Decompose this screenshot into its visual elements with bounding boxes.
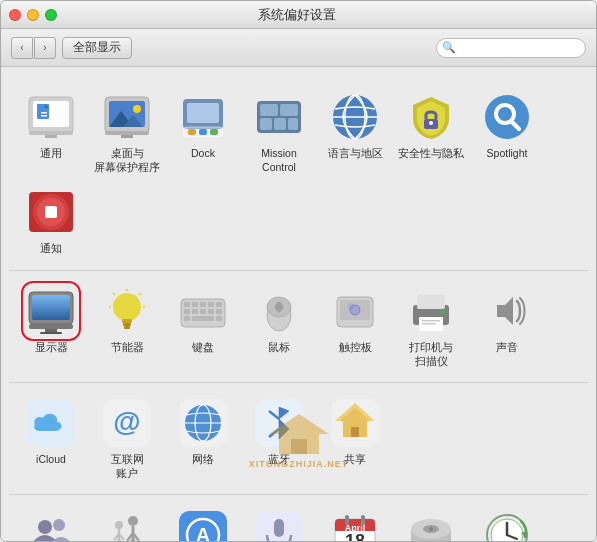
dock-icon <box>177 91 229 143</box>
svg-rect-24 <box>260 118 272 130</box>
svg-rect-13 <box>105 131 149 135</box>
highlight-ring <box>21 281 81 341</box>
svg-rect-126 <box>361 515 365 525</box>
internet-section-wrapper: iCloud @ 互联网 账户 <box>9 383 588 495</box>
energy-label: 节能器 <box>111 341 144 355</box>
svg-rect-79 <box>422 320 440 322</box>
svg-rect-66 <box>192 316 214 321</box>
pref-dictation[interactable]: 听写与语音 <box>241 503 317 541</box>
toolbar: ‹ › 全部显示 🔍 <box>1 29 596 67</box>
security-label: 安全性与隐私 <box>398 147 464 161</box>
pref-users[interactable]: 用户与群组 <box>13 503 89 541</box>
pref-printers[interactable]: 打印机与 扫描仪 <box>393 279 469 374</box>
bluetooth-label: 蓝牙 <box>268 453 290 467</box>
pref-sharing[interactable]: 共享 <box>317 391 393 486</box>
pref-datetime[interactable]: April 18 日期与时间 <box>317 503 393 541</box>
mouse-icon <box>253 285 305 337</box>
search-box: 🔍 <box>436 38 586 58</box>
notifications-label: 通知 <box>40 242 62 256</box>
dock-label: Dock <box>191 147 215 161</box>
svg-text:A: A <box>196 524 210 541</box>
section-personal: 通用 <box>9 77 588 271</box>
svg-rect-7 <box>41 115 47 117</box>
pref-parental[interactable]: 家长控制 <box>89 503 165 541</box>
pref-mission[interactable]: Mission Control <box>241 85 317 180</box>
pref-desktop[interactable]: 桌面与 屏幕保护程序 <box>89 85 165 180</box>
pref-sound[interactable]: 声音 <box>469 279 545 374</box>
pref-startup[interactable]: 启动磁盘 <box>393 503 469 541</box>
svg-point-100 <box>53 519 65 531</box>
svg-point-131 <box>429 527 433 531</box>
svg-point-71 <box>275 302 283 312</box>
pref-bluetooth[interactable]: 蓝牙 <box>241 391 317 486</box>
pref-security[interactable]: 安全性与隐私 <box>393 85 469 180</box>
general-icon <box>25 91 77 143</box>
appstore-icon: A <box>177 509 229 541</box>
mouse-label: 鼠标 <box>268 341 290 355</box>
svg-rect-14 <box>121 135 133 138</box>
sharing-icon <box>329 397 381 449</box>
svg-rect-63 <box>208 309 214 314</box>
pref-notifications[interactable]: 通知 <box>13 180 89 262</box>
svg-rect-77 <box>417 295 445 309</box>
titlebar: 系统偏好设置 <box>1 1 596 29</box>
svg-rect-56 <box>192 302 198 307</box>
pref-icloud[interactable]: iCloud <box>13 391 89 486</box>
internet-icon: @ <box>101 397 153 449</box>
pref-appstore[interactable]: A App Store <box>165 503 241 541</box>
forward-button[interactable]: › <box>34 37 56 59</box>
pref-mouse[interactable]: 鼠标 <box>241 279 317 374</box>
pref-general[interactable]: 通用 <box>13 85 89 180</box>
svg-rect-25 <box>274 118 286 130</box>
pref-displays[interactable]: 显示器 <box>13 279 89 374</box>
show-all-button[interactable]: 全部显示 <box>62 37 132 59</box>
icloud-icon <box>25 397 77 449</box>
printers-label: 打印机与 扫描仪 <box>409 341 453 368</box>
sound-icon <box>481 285 533 337</box>
desktop-icon <box>101 91 153 143</box>
svg-rect-2 <box>29 131 73 135</box>
pref-keyboard[interactable]: 键盘 <box>165 279 241 374</box>
pref-trackpad[interactable]: 触控板 <box>317 279 393 374</box>
svg-text:18: 18 <box>345 531 365 541</box>
spotlight-label: Spotlight <box>487 147 528 161</box>
svg-rect-18 <box>188 129 196 135</box>
pref-network[interactable]: 网络 <box>165 391 241 486</box>
keyboard-label: 键盘 <box>192 341 214 355</box>
section-system: 用户与群组 <box>9 495 588 541</box>
security-icon <box>405 91 457 143</box>
svg-rect-64 <box>216 309 222 314</box>
displays-label: 显示器 <box>35 341 68 355</box>
nav-buttons: ‹ › <box>11 37 56 59</box>
pref-internet[interactable]: @ 互联网 账户 <box>89 391 165 486</box>
svg-rect-48 <box>124 326 130 329</box>
search-icon: 🔍 <box>442 41 456 54</box>
search-input[interactable] <box>436 38 586 58</box>
keyboard-icon <box>177 285 229 337</box>
svg-rect-16 <box>187 103 219 123</box>
language-label: 语言与地区 <box>328 147 383 161</box>
spotlight-icon <box>481 91 533 143</box>
svg-point-107 <box>115 521 123 529</box>
dictation-icon <box>253 509 305 541</box>
svg-rect-19 <box>199 129 207 135</box>
svg-text:@: @ <box>113 406 140 437</box>
svg-marker-82 <box>497 297 513 325</box>
pref-spotlight[interactable]: Spotlight <box>469 85 545 180</box>
parental-icon <box>101 509 153 541</box>
section-hardware: 显示器 <box>9 271 588 383</box>
svg-rect-60 <box>184 309 190 314</box>
pref-energy[interactable]: 节能器 <box>89 279 165 374</box>
svg-rect-117 <box>274 519 284 537</box>
pref-language[interactable]: 语言与地区 <box>317 85 393 180</box>
pref-timemachine[interactable]: Time Machine <box>469 503 545 541</box>
pref-dock[interactable]: Dock <box>165 85 241 180</box>
content-wrapper: 通用 <box>9 77 588 541</box>
notifications-icon <box>25 186 77 238</box>
language-icon <box>329 91 381 143</box>
svg-rect-59 <box>216 302 222 307</box>
svg-rect-47 <box>123 323 131 326</box>
svg-rect-3 <box>45 135 57 138</box>
users-icon <box>25 509 77 541</box>
back-button[interactable]: ‹ <box>11 37 33 59</box>
